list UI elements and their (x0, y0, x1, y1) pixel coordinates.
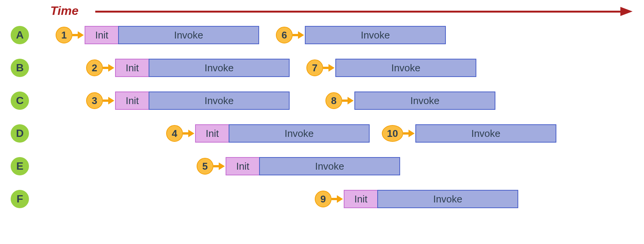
invoke-block-e5: Invoke (259, 157, 400, 175)
seq-badge-10: 10 (382, 125, 403, 142)
invoke-block-b2: Invoke (149, 59, 290, 77)
seq-arrowhead-8-icon (348, 97, 354, 104)
invoke-block-d10: Invoke (415, 124, 556, 143)
seq-arrowhead-6-icon (298, 31, 304, 39)
seq-badge-6: 6 (276, 27, 293, 43)
init-block-e5: Init (226, 157, 260, 175)
seq-arrowhead-7-icon (328, 64, 335, 72)
row-badge-e: E (11, 157, 29, 175)
row-badge-f: F (11, 190, 29, 208)
seq-arrowhead-2-icon (108, 64, 114, 72)
seq-badge-8: 8 (325, 92, 342, 109)
time-axis-arrowhead-icon (620, 7, 633, 16)
init-block-b2: Init (115, 59, 149, 77)
seq-arrowhead-5-icon (219, 162, 225, 170)
seq-arrowhead-1-icon (78, 31, 84, 39)
seq-badge-5: 5 (197, 158, 213, 175)
time-axis-arrow (95, 11, 621, 13)
init-block-d4: Init (195, 124, 229, 143)
seq-arrowhead-9-icon (337, 195, 343, 203)
invoke-block-b7: Invoke (335, 59, 476, 77)
seq-badge-3: 3 (86, 92, 103, 109)
row-badge-a: A (11, 26, 29, 44)
invoke-block-a1: Invoke (118, 26, 259, 44)
init-block-a1: Init (85, 26, 119, 44)
init-block-c3: Init (115, 92, 149, 110)
seq-badge-2: 2 (86, 59, 103, 76)
seq-arrowhead-10-icon (409, 130, 415, 137)
invoke-block-d4: Invoke (229, 124, 370, 143)
invoke-block-c8: Invoke (354, 92, 495, 110)
init-block-f9: Init (344, 190, 378, 208)
seq-badge-1: 1 (56, 27, 72, 43)
row-badge-d: D (11, 124, 29, 143)
row-badge-b: B (11, 59, 29, 77)
seq-arrowhead-4-icon (188, 130, 194, 137)
invoke-block-a6: Invoke (305, 26, 446, 44)
time-axis-label: Time (50, 4, 78, 18)
invoke-block-f9: Invoke (377, 190, 518, 208)
seq-badge-9: 9 (315, 191, 332, 207)
row-badge-c: C (11, 92, 29, 110)
diagram-stage: Time A 1 Init Invoke 6 Invoke B 2 Init I… (0, 0, 644, 244)
seq-badge-7: 7 (306, 59, 323, 76)
invoke-block-c3: Invoke (149, 92, 290, 110)
seq-arrowhead-3-icon (108, 97, 114, 104)
seq-badge-4: 4 (166, 125, 183, 142)
